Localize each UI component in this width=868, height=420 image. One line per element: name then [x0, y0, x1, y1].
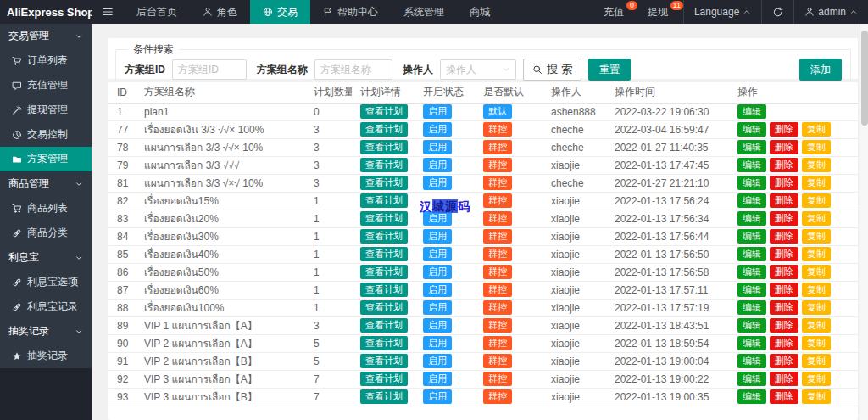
view-plan-button[interactable]: 查看计划	[360, 193, 408, 208]
sidebar-item[interactable]: 充值管理	[0, 73, 92, 98]
default-button[interactable]: 群控	[483, 265, 512, 279]
delete-button[interactable]: 删除	[770, 389, 798, 404]
delete-button[interactable]: 删除	[770, 283, 798, 297]
top-nav-item[interactable]: 交易	[250, 0, 310, 24]
default-button[interactable]: 群控	[483, 176, 512, 190]
edit-button[interactable]: 编辑	[737, 193, 766, 208]
copy-button[interactable]: 复制	[802, 354, 831, 368]
view-plan-button[interactable]: 查看计划	[360, 300, 408, 315]
status-button[interactable]: 启用	[423, 176, 452, 190]
edit-button[interactable]: 编辑	[737, 354, 766, 368]
default-button[interactable]: 群控	[483, 211, 512, 226]
sidebar-item[interactable]: 利息宝选项	[0, 270, 92, 294]
default-button[interactable]: 群控	[483, 354, 512, 368]
default-button[interactable]: 群控	[483, 158, 512, 172]
withdraw-nav[interactable]: 提现 11	[637, 0, 683, 24]
view-plan-button[interactable]: 查看计划	[360, 211, 408, 226]
edit-button[interactable]: 编辑	[737, 122, 766, 137]
delete-button[interactable]: 删除	[770, 140, 798, 154]
default-button[interactable]: 群控	[483, 247, 512, 261]
copy-button[interactable]: 复制	[802, 283, 831, 297]
default-button[interactable]: 群控	[483, 389, 512, 404]
group-id-input[interactable]	[172, 59, 247, 80]
status-button[interactable]: 启用	[423, 247, 452, 261]
view-plan-button[interactable]: 查看计划	[360, 389, 408, 404]
status-button[interactable]: 启用	[423, 354, 452, 368]
group-name-input[interactable]	[314, 59, 392, 80]
edit-button[interactable]: 编辑	[737, 265, 766, 279]
copy-button[interactable]: 复制	[802, 229, 831, 244]
status-button[interactable]: 启用	[423, 229, 452, 244]
view-plan-button[interactable]: 查看计划	[360, 104, 408, 119]
edit-button[interactable]: 编辑	[737, 247, 766, 261]
view-plan-button[interactable]: 查看计划	[360, 372, 408, 386]
sidebar-group[interactable]: 利息宝	[0, 245, 92, 270]
status-button[interactable]: 启用	[423, 372, 452, 386]
edit-button[interactable]: 编辑	[737, 283, 766, 297]
copy-button[interactable]: 复制	[802, 336, 831, 350]
status-button[interactable]: 启用	[423, 265, 452, 279]
copy-button[interactable]: 复制	[802, 122, 831, 137]
sidebar-item[interactable]: 方案管理	[0, 147, 92, 171]
status-button[interactable]: 启用	[423, 283, 452, 297]
refresh-button[interactable]	[762, 0, 794, 24]
delete-button[interactable]: 删除	[770, 336, 798, 350]
copy-button[interactable]: 复制	[802, 300, 831, 315]
sidebar-group[interactable]: 交易管理	[0, 24, 92, 48]
status-button[interactable]: 启用	[423, 140, 452, 154]
recharge-nav[interactable]: 充值 0	[593, 0, 637, 24]
copy-button[interactable]: 复制	[802, 247, 831, 261]
copy-button[interactable]: 复制	[802, 389, 831, 404]
copy-button[interactable]: 复制	[802, 318, 831, 333]
sidebar-toggle-button[interactable]	[92, 0, 124, 24]
view-plan-button[interactable]: 查看计划	[360, 140, 408, 154]
default-button[interactable]: 群控	[483, 372, 512, 386]
delete-button[interactable]: 删除	[770, 372, 798, 386]
view-plan-button[interactable]: 查看计划	[360, 336, 408, 350]
sidebar-item[interactable]: 商品分类	[0, 221, 92, 245]
delete-button[interactable]: 删除	[770, 176, 798, 190]
operator-select[interactable]: 操作人	[440, 59, 516, 80]
view-plan-button[interactable]: 查看计划	[360, 229, 408, 244]
copy-button[interactable]: 复制	[802, 265, 831, 279]
status-button[interactable]: 启用	[423, 336, 452, 350]
edit-button[interactable]: 编辑	[737, 318, 766, 333]
default-button[interactable]: 群控	[483, 300, 512, 315]
add-button[interactable]: 添加	[799, 59, 842, 81]
language-menu[interactable]: Language	[683, 0, 762, 24]
edit-button[interactable]: 编辑	[737, 140, 766, 154]
status-button[interactable]: 启用	[423, 389, 452, 404]
reset-button[interactable]: 重置	[588, 59, 631, 81]
delete-button[interactable]: 删除	[770, 300, 798, 315]
top-nav-item[interactable]: 后台首页	[124, 0, 190, 24]
edit-button[interactable]: 编辑	[737, 372, 766, 386]
edit-button[interactable]: 编辑	[737, 104, 766, 119]
status-button[interactable]: 启用	[423, 158, 452, 172]
copy-button[interactable]: 复制	[802, 176, 831, 190]
copy-button[interactable]: 复制	[802, 193, 831, 208]
default-button[interactable]: 默认	[483, 104, 512, 119]
view-plan-button[interactable]: 查看计划	[360, 283, 408, 297]
default-button[interactable]: 群控	[483, 140, 512, 154]
search-button[interactable]: 搜 索	[523, 59, 581, 81]
copy-button[interactable]: 复制	[802, 140, 831, 154]
status-button[interactable]: 启用	[423, 122, 452, 137]
delete-button[interactable]: 删除	[770, 193, 798, 208]
view-plan-button[interactable]: 查看计划	[360, 247, 408, 261]
delete-button[interactable]: 删除	[770, 265, 798, 279]
view-plan-button[interactable]: 查看计划	[360, 158, 408, 172]
status-button[interactable]: 启用	[423, 318, 452, 333]
status-button[interactable]: 启用	[423, 104, 452, 119]
sidebar-item[interactable]: 利息宝记录	[0, 294, 92, 319]
default-button[interactable]: 群控	[483, 122, 512, 137]
edit-button[interactable]: 编辑	[737, 158, 766, 172]
copy-button[interactable]: 复制	[802, 158, 831, 172]
sidebar-item[interactable]: 订单列表	[0, 48, 92, 73]
delete-button[interactable]: 删除	[770, 229, 798, 244]
edit-button[interactable]: 编辑	[737, 211, 766, 226]
edit-button[interactable]: 编辑	[737, 229, 766, 244]
view-plan-button[interactable]: 查看计划	[360, 176, 408, 190]
delete-button[interactable]: 删除	[770, 122, 798, 137]
delete-button[interactable]: 删除	[770, 354, 798, 368]
edit-button[interactable]: 编辑	[737, 176, 766, 190]
